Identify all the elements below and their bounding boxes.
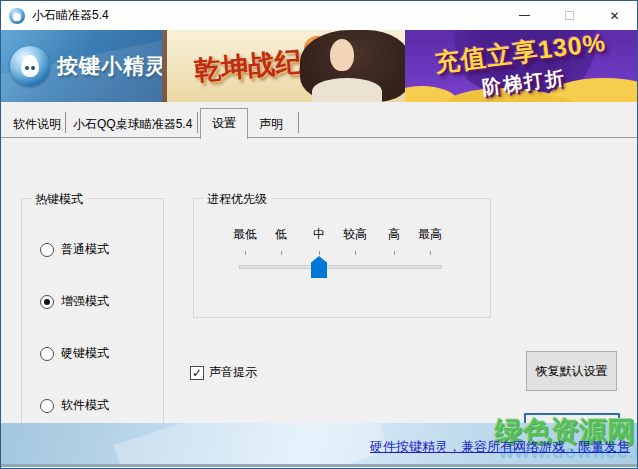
slider-tick [245, 251, 246, 255]
mascot-icon [10, 46, 50, 86]
title-bar[interactable]: 小石瞄准器5.4 ✕ [1, 1, 637, 30]
priority-label-above: 较高 [343, 226, 367, 243]
radio-hardkey-mode[interactable]: 硬键模式 [40, 345, 109, 362]
process-priority-group: 进程优先级 最低 低 中 较高 高 最高 [193, 198, 491, 318]
radio-icon [40, 399, 54, 413]
radio-icon [40, 347, 54, 361]
radio-icon [40, 295, 54, 309]
minimize-icon [519, 15, 530, 16]
hotkey-group-title: 热键模式 [31, 191, 87, 208]
slider-tick [281, 251, 282, 255]
priority-label-low: 低 [275, 226, 287, 243]
tab-settings[interactable]: 设置 [200, 108, 248, 139]
minimize-button[interactable] [502, 1, 547, 30]
tab-separator [298, 112, 299, 133]
slider-tick [430, 251, 431, 255]
checkbox-check-icon: ✓ [190, 366, 204, 380]
priority-label-high: 高 [388, 226, 400, 243]
tab-statement[interactable]: 声明 [255, 113, 287, 137]
priority-label-highest: 最高 [418, 226, 442, 243]
sound-alert-checkbox[interactable]: ✓ 声音提示 [190, 364, 257, 381]
tab-software-info[interactable]: 软件说明 [9, 113, 65, 137]
restore-defaults-button[interactable]: 恢复默认设置 [526, 351, 617, 391]
radio-normal-mode[interactable]: 普通模式 [40, 241, 109, 258]
window-controls: ✕ [502, 1, 637, 30]
ad-character-face [330, 39, 354, 71]
tab-strip: 软件说明 小石QQ桌球瞄准器5.4 设置 声明 [1, 102, 638, 138]
slider-tick [394, 251, 395, 255]
settings-panel: 热键模式 普通模式 增强模式 硬键模式 软件模式 进程优先级 最低 低 中 [1, 138, 638, 423]
window-title: 小石瞄准器5.4 [32, 7, 109, 24]
app-icon [9, 8, 25, 24]
priority-group-title: 进程优先级 [203, 191, 271, 208]
promo-status-link[interactable]: 硬件按键精灵，兼容所有网络游戏，限量发售 [370, 438, 630, 456]
ad-game-title: 乾坤战纪 [193, 43, 304, 88]
radio-software-mode[interactable]: 软件模式 [40, 397, 109, 414]
ad-banner-promo[interactable]: 充值立享130% 阶梯打折 [405, 30, 638, 102]
tab-separator [197, 112, 198, 133]
radio-icon [40, 243, 54, 257]
slider-tick [319, 251, 320, 255]
brand-name: 按键小精灵 [57, 52, 167, 80]
priority-label-lowest: 最低 [233, 226, 257, 243]
maximize-button [547, 1, 592, 30]
tab-aimer[interactable]: 小石QQ桌球瞄准器5.4 [69, 113, 196, 137]
ad-character-dress [312, 78, 382, 102]
brand-logo: 按键小精灵 [1, 30, 162, 102]
app-window: 小石瞄准器5.4 ✕ 按键小精灵 乾坤战纪 充值立享130% [0, 0, 638, 469]
slider-tick [355, 251, 356, 255]
banner: 按键小精灵 乾坤战纪 充值立享130% 阶梯打折 [1, 30, 638, 102]
close-button[interactable]: ✕ [592, 1, 637, 30]
priority-label-normal: 中 [313, 226, 325, 243]
tab-separator [65, 112, 66, 133]
radio-enhanced-mode[interactable]: 增强模式 [40, 293, 109, 310]
maximize-icon [565, 11, 574, 20]
ad-banner-game[interactable]: 乾坤战纪 [162, 30, 405, 102]
priority-slider-track[interactable] [239, 265, 442, 269]
close-icon: ✕ [609, 9, 619, 23]
hotkey-mode-group: 热键模式 普通模式 增强模式 硬键模式 软件模式 [21, 198, 164, 423]
priority-slider-thumb[interactable] [311, 256, 327, 278]
